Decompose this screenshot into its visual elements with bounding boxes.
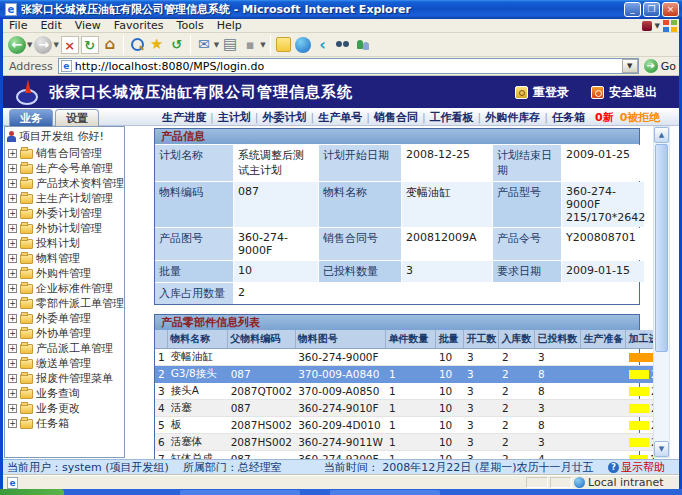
column-header[interactable]: 批量: [436, 330, 464, 349]
address-field[interactable]: e http://localhost:8080/MPS/login.do ▼: [58, 58, 639, 74]
nav-link-7[interactable]: 外购件库存: [485, 110, 540, 125]
table-row[interactable]: 1变幅油缸360-274-9000F1032329 %: [155, 349, 656, 366]
print-button[interactable]: ▤: [220, 34, 240, 56]
column-header[interactable]: 父物料编码: [228, 330, 295, 349]
column-header[interactable]: 生产准备: [581, 330, 626, 349]
expand-icon[interactable]: +: [8, 404, 17, 413]
sidebar-item[interactable]: +主生产计划管理: [5, 191, 124, 206]
nav-link-2[interactable]: 主计划: [218, 110, 251, 125]
expand-icon[interactable]: +: [8, 344, 17, 353]
addon-dropdown-icon[interactable]: ▼: [655, 22, 660, 30]
mail-button[interactable]: ✉▼: [194, 34, 220, 56]
sidebar-item[interactable]: +物料管理: [5, 251, 124, 266]
expand-icon[interactable]: +: [8, 269, 17, 278]
nav-link-3[interactable]: 外委计划: [262, 110, 306, 125]
sidebar-item[interactable]: +投料计划: [5, 236, 124, 251]
back-dropdown-icon[interactable]: ▼: [27, 41, 32, 49]
sidebar-item[interactable]: +业务更改: [5, 401, 124, 416]
table-row[interactable]: 2G3/8接头087370-009-A084011032820 %: [155, 366, 656, 383]
sidebar-item[interactable]: +销售合同管理: [5, 146, 124, 161]
menu-file[interactable]: File: [9, 19, 27, 32]
edit-dropdown-icon[interactable]: ▼: [260, 41, 265, 49]
nav-link-1[interactable]: 生产进度: [162, 110, 206, 125]
expand-icon[interactable]: +: [8, 314, 17, 323]
stop-button[interactable]: ×: [60, 34, 80, 56]
media-button[interactable]: ‹: [313, 34, 333, 56]
expand-icon[interactable]: +: [8, 284, 17, 293]
expand-icon[interactable]: +: [8, 419, 17, 428]
history-button[interactable]: ↺: [167, 34, 187, 56]
scroll-up-icon[interactable]: ▲: [654, 127, 669, 143]
expand-icon[interactable]: +: [8, 374, 17, 383]
nav-link-6[interactable]: 工作看板: [430, 110, 474, 125]
favorites-button[interactable]: ★: [147, 34, 167, 56]
sidebar-item[interactable]: +产品技术资料管理: [5, 176, 124, 191]
table-row[interactable]: 5板2087HS002360-209-4D01011032820 %: [155, 417, 656, 434]
page-scrollbar[interactable]: ▲ ▼: [653, 126, 670, 458]
expand-icon[interactable]: +: [8, 179, 17, 188]
sidebar-item[interactable]: +产品派工单管理: [5, 341, 124, 356]
sidebar-item[interactable]: +外委单管理: [5, 311, 124, 326]
column-header[interactable]: 已投料数: [535, 330, 581, 349]
table-row[interactable]: 6活塞体2087HS002360-274-9011W11032320 %: [155, 434, 656, 451]
relogin-button[interactable]: 重登录: [515, 84, 569, 101]
sidebar-item[interactable]: +缴送单管理: [5, 356, 124, 371]
home-button[interactable]: ⌂: [100, 34, 120, 56]
column-header[interactable]: 加工进度: [626, 330, 656, 349]
sidebar-item[interactable]: +生产令号单管理: [5, 161, 124, 176]
minimize-button[interactable]: _: [624, 2, 641, 17]
nav-link-5[interactable]: 销售合同: [374, 110, 418, 125]
back-button[interactable]: ←▼: [7, 34, 33, 56]
expand-icon[interactable]: +: [8, 209, 17, 218]
sidebar-item[interactable]: +企业标准件管理: [5, 281, 124, 296]
menu-favorites[interactable]: Favorites: [114, 19, 164, 32]
column-header[interactable]: 开工数: [464, 330, 499, 349]
edit-button[interactable]: ▪▼: [240, 34, 266, 56]
mail-dropdown-icon[interactable]: ▼: [214, 41, 219, 49]
table-row[interactable]: 7缸体总成087360-274-9200F11032419 %: [155, 451, 656, 460]
expand-icon[interactable]: +: [8, 164, 17, 173]
browser-addon-icon[interactable]: [642, 21, 652, 31]
expand-icon[interactable]: +: [8, 329, 17, 338]
sidebar-item[interactable]: +外购件管理: [5, 266, 124, 281]
nav-link-4[interactable]: 生产单号: [318, 110, 362, 125]
sidebar-item[interactable]: +零部件派工单管理: [5, 296, 124, 311]
menu-view[interactable]: View: [75, 19, 101, 32]
menu-edit[interactable]: Edit: [40, 19, 61, 32]
address-dropdown-icon[interactable]: ▼: [622, 59, 638, 73]
expand-icon[interactable]: +: [8, 299, 17, 308]
nav-link-8[interactable]: 任务箱: [552, 110, 585, 125]
forward-dropdown-icon[interactable]: ▼: [53, 41, 58, 49]
logout-button[interactable]: 安全退出: [591, 84, 657, 101]
table-row[interactable]: 4活塞087360-274-9010F11032320 %: [155, 400, 656, 417]
maximize-button[interactable]: ❐: [643, 2, 660, 17]
show-help-link[interactable]: ? 显示帮助: [608, 460, 665, 475]
menu-help[interactable]: Help: [217, 19, 242, 32]
column-header[interactable]: 入库数: [499, 330, 535, 349]
tab-business[interactable]: 业务: [9, 109, 53, 126]
go-button[interactable]: ➔ Go: [644, 59, 676, 73]
tab-settings[interactable]: 设置: [55, 109, 99, 126]
sidebar-item[interactable]: +任务箱: [5, 416, 124, 431]
sidebar-item[interactable]: +外协单管理: [5, 326, 124, 341]
refresh-button[interactable]: ↻: [80, 34, 100, 56]
expand-icon[interactable]: +: [8, 194, 17, 203]
expand-icon[interactable]: +: [8, 224, 17, 233]
sidebar-item[interactable]: +业务查询: [5, 386, 124, 401]
sidebar-item[interactable]: +外协计划管理: [5, 221, 124, 236]
address-url[interactable]: http://localhost:8080/MPS/login.do: [75, 60, 622, 73]
expand-icon[interactable]: +: [8, 389, 17, 398]
tree-user-item[interactable]: 项目开发组 你好!: [5, 127, 124, 146]
forward-button[interactable]: →▼: [33, 34, 59, 56]
search-button[interactable]: [127, 34, 147, 56]
expand-icon[interactable]: +: [8, 254, 17, 263]
column-header[interactable]: 物料图号: [295, 330, 386, 349]
contacts-button[interactable]: [353, 34, 373, 56]
discuss-button[interactable]: [274, 34, 293, 56]
table-row[interactable]: 3接头A2087QT002370-009-A085011032820 %: [155, 383, 656, 400]
scroll-down-icon[interactable]: ▼: [654, 441, 669, 457]
scrollbar-thumb[interactable]: [655, 144, 668, 352]
close-button[interactable]: ×: [662, 2, 679, 17]
expand-icon[interactable]: +: [8, 359, 17, 368]
expand-icon[interactable]: +: [8, 149, 17, 158]
